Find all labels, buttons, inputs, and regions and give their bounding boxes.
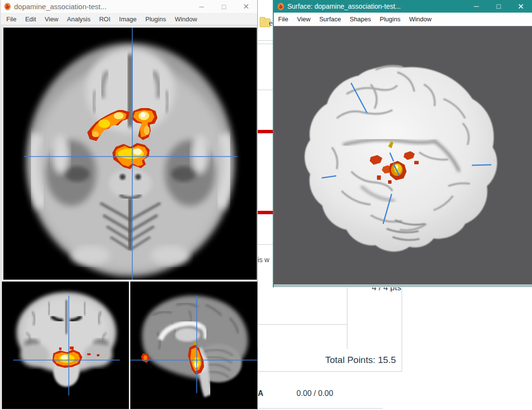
score-value: 0.00 / 0.00 [297, 389, 333, 398]
table-border [258, 324, 347, 325]
minimize-button[interactable]: ─ [190, 3, 213, 11]
partial-text-fragment: e [269, 19, 273, 27]
viewer-menubar: File Edit View Analysis ROI Image Plugin… [1, 14, 257, 25]
menu-image[interactable]: Image [115, 14, 141, 24]
divider [256, 244, 275, 245]
menu-file[interactable]: File [2, 14, 21, 24]
maximize-button[interactable]: □ [487, 2, 510, 10]
close-button[interactable]: ✕ [510, 2, 532, 11]
menu-plugins[interactable]: Plugins [376, 14, 405, 24]
red-divider-bar [256, 211, 275, 214]
menu-view[interactable]: View [293, 14, 315, 24]
table-border [402, 287, 402, 349]
menu-file[interactable]: File [274, 14, 293, 24]
coronal-slice-panel[interactable] [2, 282, 129, 409]
total-points-row: Total Points: 15.5 [258, 348, 402, 372]
app-logo-icon [277, 2, 285, 11]
viewer-content [1, 25, 257, 410]
red-divider-bar [256, 130, 275, 133]
menu-analysis[interactable]: Analysis [63, 14, 94, 24]
menu-surface[interactable]: Surface [315, 14, 345, 24]
menu-view[interactable]: View [40, 14, 63, 24]
coronal-brain-image [2, 282, 129, 409]
maximize-button[interactable]: □ [213, 3, 235, 11]
table-border [258, 408, 383, 409]
sagittal-brain-image [130, 282, 257, 409]
axial-brain-image [3, 28, 257, 280]
sagittal-slice-panel[interactable] [130, 282, 257, 409]
menu-plugins[interactable]: Plugins [141, 14, 171, 24]
menu-edit[interactable]: Edit [21, 14, 40, 24]
table-border [347, 287, 347, 349]
window-bottom-border [274, 284, 532, 287]
close-button[interactable]: ✕ [235, 2, 257, 11]
surface-window: Surface: dopamine_association-test... ─ … [273, 0, 532, 287]
app-logo-icon [3, 2, 12, 11]
surface-brain-render [274, 26, 532, 284]
surface-render-view[interactable] [274, 26, 532, 284]
window-title: Surface: dopamine_association-test... [287, 2, 401, 10]
viewer-window: dopamine_association-test... ─ □ ✕ File … [0, 0, 258, 410]
viewer-titlebar[interactable]: dopamine_association-test... ─ □ ✕ [1, 0, 257, 14]
menu-roi[interactable]: ROI [95, 14, 115, 24]
window-title: dopamine_association-test... [14, 2, 107, 11]
menu-shapes[interactable]: Shapes [345, 14, 376, 24]
divider [256, 90, 275, 90]
menu-window[interactable]: Window [171, 14, 202, 24]
divider [256, 44, 275, 44]
axial-slice-panel[interactable] [3, 28, 257, 280]
minimize-button[interactable]: ─ [465, 2, 487, 10]
menu-window[interactable]: Window [405, 14, 436, 24]
surface-menubar: File View Surface Shapes Plugins Window [274, 13, 532, 26]
divider [256, 40, 275, 41]
surface-titlebar[interactable]: Surface: dopamine_association-test... ─ … [274, 0, 532, 13]
